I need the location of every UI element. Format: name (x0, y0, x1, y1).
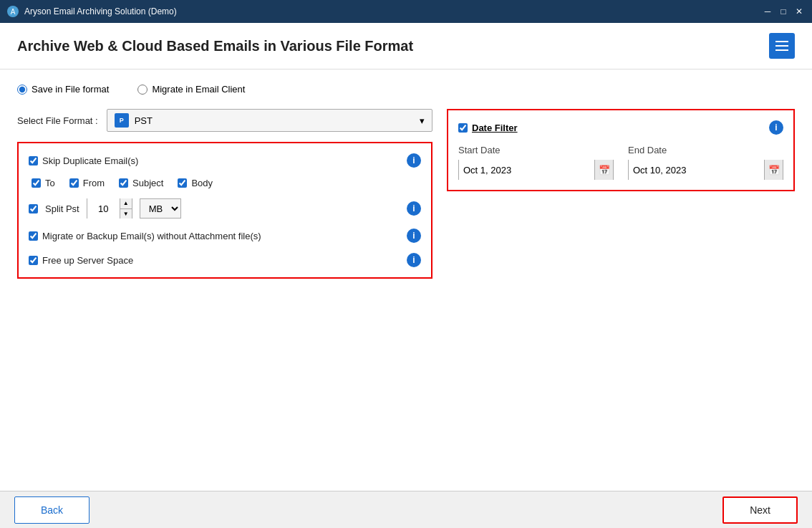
back-button[interactable]: Back (14, 496, 90, 524)
start-date-calendar-button[interactable]: 📅 (594, 160, 613, 180)
radio-group: Save in File format Migrate in Email Cli… (17, 84, 795, 95)
skip-duplicates-checkbox[interactable] (29, 156, 38, 165)
skip-duplicates-label: Skip Duplicate Email(s) (42, 155, 138, 166)
title-bar-left: A Aryson Email Archiving Solution (Demo) (7, 6, 177, 17)
left-panel: Select File Format : P PST ▾ (17, 109, 432, 476)
split-pst-number-wrap: ▲ ▼ (87, 198, 132, 219)
right-panel: Date Filter i Start Date 📅 End Date (432, 109, 795, 476)
start-date-label: Start Date (458, 145, 614, 155)
start-date-input[interactable] (459, 160, 594, 180)
menu-button[interactable] (769, 33, 795, 59)
spin-up-button[interactable]: ▲ (120, 198, 132, 209)
split-pst-spinner: ▲ ▼ (120, 198, 132, 219)
panels: Select File Format : P PST ▾ (17, 109, 795, 476)
from-label: From (83, 178, 105, 188)
file-format-value: PST (135, 115, 153, 126)
title-bar: A Aryson Email Archiving Solution (Demo)… (0, 0, 812, 23)
app-header: Archive Web & Cloud Based Emails in Vari… (0, 23, 812, 69)
migrate-without-checkbox[interactable] (29, 231, 38, 241)
end-date-input[interactable] (629, 160, 764, 180)
free-server-info-icon[interactable]: i (407, 253, 421, 267)
from-check-row[interactable]: From (69, 178, 105, 188)
date-filter-checkbox[interactable] (458, 123, 468, 133)
app-icon: A (7, 6, 19, 17)
pst-icon: P (115, 113, 129, 128)
next-button[interactable]: Next (722, 496, 798, 524)
split-pst-inner: Split Pst ▲ ▼ MB GB (29, 198, 181, 219)
start-date-input-wrap: 📅 (458, 160, 614, 180)
migrate-without-check-row: Migrate or Backup Email(s) without Attac… (29, 231, 407, 241)
free-server-checkbox[interactable] (29, 256, 38, 265)
save-file-radio[interactable] (17, 85, 27, 95)
pst-icon-letter: P (120, 117, 124, 124)
end-date-label: End Date (628, 145, 783, 155)
free-server-check-row: Free up Server Space (29, 255, 407, 266)
page-title: Archive Web & Cloud Based Emails in Vari… (17, 38, 413, 54)
file-format-row: Select File Format : P PST ▾ (17, 109, 432, 132)
subject-checkbox[interactable] (119, 178, 128, 188)
chevron-down-icon: ▾ (420, 115, 425, 126)
menu-line-2 (775, 45, 788, 47)
date-filter-header: Date Filter i (458, 120, 783, 135)
unit-select[interactable]: MB GB (140, 198, 181, 219)
migrate-without-row: Migrate or Backup Email(s) without Attac… (29, 229, 421, 243)
options-box: Skip Duplicate Email(s) i To From (17, 142, 432, 279)
subject-label: Subject (132, 178, 163, 188)
end-date-col: End Date 📅 (628, 145, 783, 180)
split-pst-number-input[interactable] (87, 198, 120, 219)
date-filter-title: Date Filter (458, 123, 518, 133)
save-file-label: Save in File format (32, 84, 109, 95)
body-checkbox[interactable] (178, 178, 187, 188)
close-button[interactable]: ✕ (793, 6, 805, 17)
split-pst-checkbox[interactable] (29, 204, 38, 213)
start-date-col: Start Date 📅 (458, 145, 614, 180)
file-format-select[interactable]: P PST ▾ (107, 109, 432, 132)
to-check-row[interactable]: To (32, 178, 55, 188)
minimize-button[interactable]: ─ (762, 6, 773, 17)
migrate-without-label: Migrate or Backup Email(s) without Attac… (42, 231, 261, 241)
maximize-button[interactable]: □ (778, 6, 789, 17)
split-pst-row: Split Pst ▲ ▼ MB GB i (29, 198, 421, 219)
body-check-row[interactable]: Body (178, 178, 213, 188)
split-pst-info-icon[interactable]: i (407, 201, 421, 216)
sub-checks: To From Subject Body (29, 178, 421, 188)
spin-down-button[interactable]: ▼ (120, 209, 132, 219)
file-format-select-inner: P PST (115, 113, 153, 128)
migrate-email-client-option[interactable]: Migrate in Email Client (137, 84, 245, 95)
date-filter-box: Date Filter i Start Date 📅 End Date (447, 109, 795, 191)
menu-line-1 (775, 41, 788, 42)
subject-check-row[interactable]: Subject (119, 178, 163, 188)
main-content: Save in File format Migrate in Email Cli… (0, 69, 812, 491)
date-cols: Start Date 📅 End Date 📅 (458, 145, 783, 180)
date-filter-info-icon[interactable]: i (769, 120, 783, 135)
skip-duplicates-check-row: Skip Duplicate Email(s) (29, 155, 407, 166)
menu-line-3 (775, 49, 788, 51)
end-date-calendar-button[interactable]: 📅 (764, 160, 783, 180)
to-label: To (45, 178, 55, 188)
migrate-email-label: Migrate in Email Client (152, 84, 245, 95)
bottom-bar: Back Next (0, 491, 812, 528)
skip-duplicates-info-icon[interactable]: i (407, 153, 421, 168)
free-server-label: Free up Server Space (42, 255, 133, 266)
migrate-without-info-icon[interactable]: i (407, 229, 421, 243)
from-checkbox[interactable] (69, 178, 79, 188)
to-checkbox[interactable] (32, 178, 41, 188)
app-title: Aryson Email Archiving Solution (Demo) (24, 6, 177, 16)
file-format-label: Select File Format : (17, 115, 98, 126)
migrate-email-radio[interactable] (137, 85, 148, 95)
body-label: Body (191, 178, 213, 188)
save-file-format-option[interactable]: Save in File format (17, 84, 109, 95)
date-filter-label: Date Filter (472, 123, 518, 133)
end-date-input-wrap: 📅 (628, 160, 783, 180)
free-server-row: Free up Server Space i (29, 253, 421, 267)
title-bar-controls[interactable]: ─ □ ✕ (762, 6, 805, 17)
skip-duplicates-row: Skip Duplicate Email(s) i (29, 153, 421, 168)
split-pst-label: Split Pst (45, 203, 79, 214)
